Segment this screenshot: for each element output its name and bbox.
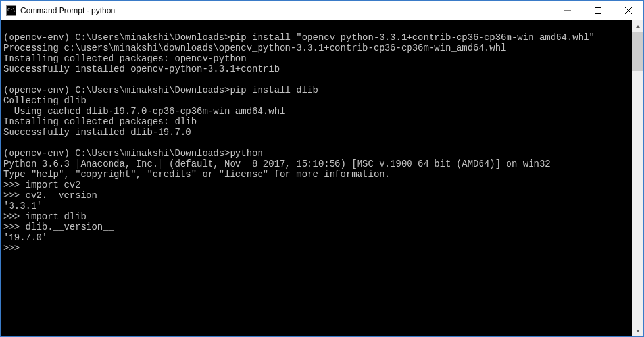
- scroll-track[interactable]: [632, 32, 643, 325]
- terminal-line: Type "help", "copyright", "credits" or "…: [3, 169, 632, 180]
- terminal-line: '3.3.1': [3, 201, 632, 211]
- window-title: Command Prompt - python: [20, 6, 115, 15]
- window-frame: C:\ Command Prompt - python (opencv-env)…: [0, 0, 644, 337]
- terminal-line: >>> import cv2: [3, 180, 632, 190]
- svg-text:C:\: C:\: [7, 7, 16, 13]
- svg-marker-7: [636, 25, 640, 28]
- scroll-thumb[interactable]: [632, 32, 643, 71]
- terminal-line: [3, 22, 632, 32]
- svg-rect-4: [595, 7, 601, 13]
- terminal-line: Collecting dlib: [3, 95, 632, 106]
- terminal-line: Processing c:\users\minakshi\downloads\o…: [3, 43, 632, 53]
- terminal-line: Using cached dlib-19.7.0-cp36-cp36m-win_…: [3, 106, 632, 117]
- maximize-button[interactable]: [583, 1, 613, 20]
- terminal-line: '19.7.0': [3, 232, 632, 243]
- terminal-line: Successfully installed dlib-19.7.0: [3, 127, 632, 138]
- terminal-output[interactable]: (opencv-env) C:\Users\minakshi\Downloads…: [1, 20, 632, 336]
- terminal-line: (opencv-env) C:\Users\minakshi\Downloads…: [3, 85, 632, 95]
- client-area: (opencv-env) C:\Users\minakshi\Downloads…: [1, 20, 643, 336]
- minimize-button[interactable]: [553, 1, 583, 20]
- terminal-line: Installing collected packages: dlib: [3, 117, 632, 127]
- terminal-line: Successfully installed opencv-python-3.3…: [3, 64, 632, 74]
- cmd-icon: C:\: [6, 5, 16, 16]
- scroll-up-button[interactable]: [632, 20, 643, 32]
- terminal-line: Python 3.6.3 |Anaconda, Inc.| (default, …: [3, 159, 632, 169]
- terminal-line: (opencv-env) C:\Users\minakshi\Downloads…: [3, 148, 632, 159]
- titlebar[interactable]: C:\ Command Prompt - python: [1, 1, 643, 20]
- scroll-down-button[interactable]: [632, 325, 643, 336]
- terminal-line: >>>: [3, 243, 632, 253]
- vertical-scrollbar[interactable]: [632, 20, 643, 336]
- terminal-line: Installing collected packages: opencv-py…: [3, 53, 632, 64]
- terminal-line: >>> import dlib: [3, 211, 632, 222]
- svg-marker-8: [636, 330, 640, 332]
- terminal-line: >>> cv2.__version__: [3, 190, 632, 201]
- close-button[interactable]: [613, 1, 643, 20]
- terminal-line: [3, 138, 632, 148]
- terminal-line: [3, 74, 632, 85]
- terminal-line: (opencv-env) C:\Users\minakshi\Downloads…: [3, 32, 632, 43]
- terminal-line: >>> dlib.__version__: [3, 222, 632, 232]
